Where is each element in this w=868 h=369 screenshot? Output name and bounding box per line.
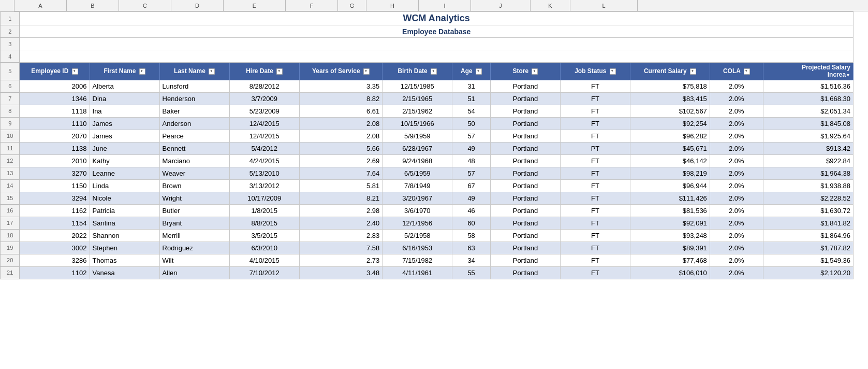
cell-salary: $96,944 [630, 179, 710, 192]
cell-store: Portland [490, 130, 560, 142]
cell-cola: 2.0% [710, 130, 763, 142]
rownum-5: 5 [1, 63, 20, 80]
cell-cola: 2.0% [710, 167, 763, 179]
cell-id: 1162 [20, 204, 90, 217]
filter-store[interactable] [532, 68, 538, 75]
cell-hire: 7/10/2012 [229, 266, 299, 279]
cell-projected: $1,516.36 [763, 80, 853, 92]
cell-id: 3286 [20, 254, 90, 266]
cell-last: Wright [159, 192, 229, 204]
cell-hire: 4/24/2015 [229, 154, 299, 167]
filter-last-name[interactable] [209, 68, 215, 75]
cell-projected: $922.84 [763, 154, 853, 167]
cell-last: Rodriguez [159, 242, 229, 254]
header-cola: COLA [710, 63, 763, 80]
cell-hire: 3/7/2009 [229, 92, 299, 105]
filter-cola[interactable] [744, 68, 750, 75]
cell-last: Marciano [159, 154, 229, 167]
cell-id: 1346 [20, 92, 90, 105]
cell-last: Allen [159, 266, 229, 279]
filter-yos[interactable] [363, 68, 370, 75]
cell-status: FT [560, 266, 630, 279]
cell-id: 1154 [20, 217, 90, 229]
main-title: WCM Analytics [403, 13, 470, 23]
spreadsheet-table: 1 WCM Analytics 2 Employee Database 3 4 … [0, 11, 854, 279]
cell-status: FT [560, 242, 630, 254]
filter-age[interactable] [476, 68, 482, 75]
cell-status: FT [560, 154, 630, 167]
col-A-header: A [14, 0, 67, 11]
cell-last: Baker [159, 105, 229, 117]
cell-first: Patricia [90, 204, 159, 217]
cell-hire: 5/4/2012 [229, 142, 299, 154]
main-title-cell: WCM Analytics [20, 12, 854, 25]
col-E-header: E [224, 0, 286, 11]
rownum: 14 [1, 179, 20, 192]
cell-hire: 8/28/2012 [229, 80, 299, 92]
cell-cola: 2.0% [710, 80, 763, 92]
cell-last: Merrill [159, 229, 229, 242]
cell-store: Portland [490, 142, 560, 154]
cell-age: 50 [452, 117, 491, 130]
cell-status: FT [560, 217, 630, 229]
rownum: 11 [1, 142, 20, 154]
spreadsheet: A B C D E F G H I J K L 1 [0, 0, 868, 369]
cell-store: Portland [490, 80, 560, 92]
cell-first: Leanne [90, 167, 159, 179]
cell-birth: 2/15/1962 [382, 105, 452, 117]
rownum: 13 [1, 167, 20, 179]
cell-store: Portland [490, 266, 560, 279]
table-row: 17 1154 Santina Bryant 8/8/2015 2.40 12/… [1, 217, 854, 229]
filter-birth-date[interactable] [431, 68, 437, 75]
col-letters-row: A B C D E F G H I J K L [0, 0, 868, 11]
filter-first-name[interactable] [139, 68, 145, 75]
cell-store: Portland [490, 167, 560, 179]
cell-first: Vanesa [90, 266, 159, 279]
cell-birth: 6/28/1967 [382, 142, 452, 154]
table-row: 11 1138 June Bennett 5/4/2012 5.66 6/28/… [1, 142, 854, 154]
cell-hire: 4/10/2015 [229, 254, 299, 266]
cell-hire: 1/8/2015 [229, 204, 299, 217]
cell-cola: 2.0% [710, 192, 763, 204]
filter-current-salary[interactable] [690, 68, 696, 75]
cell-first: Ina [90, 105, 159, 117]
cell-status: FT [560, 117, 630, 130]
cell-salary: $102,567 [630, 105, 710, 117]
cell-status: FT [560, 229, 630, 242]
cell-hire: 10/17/2009 [229, 192, 299, 204]
cell-projected: $913.42 [763, 142, 853, 154]
cell-status: FT [560, 80, 630, 92]
table-row: 9 1110 James Anderson 12/4/2015 2.08 10/… [1, 117, 854, 130]
cell-salary: $92,091 [630, 217, 710, 229]
cell-id: 1102 [20, 266, 90, 279]
blank-cell-3 [20, 38, 854, 50]
filter-employee-id[interactable] [72, 68, 78, 75]
filter-job-status[interactable] [610, 68, 616, 75]
cell-projected: $1,668.30 [763, 92, 853, 105]
header-hire-date: Hire Date [229, 63, 299, 80]
cell-first: Dina [90, 92, 159, 105]
cell-id: 2010 [20, 154, 90, 167]
cell-yos: 7.64 [299, 167, 382, 179]
blank-row-3: 3 [1, 38, 854, 50]
table-row: 10 2070 James Pearce 12/4/2015 2.08 5/9/… [1, 130, 854, 142]
cell-hire: 12/4/2015 [229, 117, 299, 130]
col-L-header: L [570, 0, 638, 11]
cell-store: Portland [490, 254, 560, 266]
rownum: 8 [1, 105, 20, 117]
blank-row-4: 4 [1, 50, 854, 63]
col-C-header: C [119, 0, 171, 11]
rownum: 18 [1, 229, 20, 242]
cell-yos: 2.69 [299, 154, 382, 167]
rownum: 7 [1, 92, 20, 105]
title-row-2: 2 Employee Database [1, 25, 854, 38]
cell-projected: $1,630.72 [763, 204, 853, 217]
cell-yos: 2.08 [299, 117, 382, 130]
cell-status: FT [560, 192, 630, 204]
rownum: 15 [1, 192, 20, 204]
cell-projected: $1,787.82 [763, 242, 853, 254]
filter-hire-date[interactable] [276, 68, 283, 75]
table-row: 18 2022 Shannon Merrill 3/5/2015 2.83 5/… [1, 229, 854, 242]
cell-projected: $1,938.88 [763, 179, 853, 192]
cell-store: Portland [490, 179, 560, 192]
